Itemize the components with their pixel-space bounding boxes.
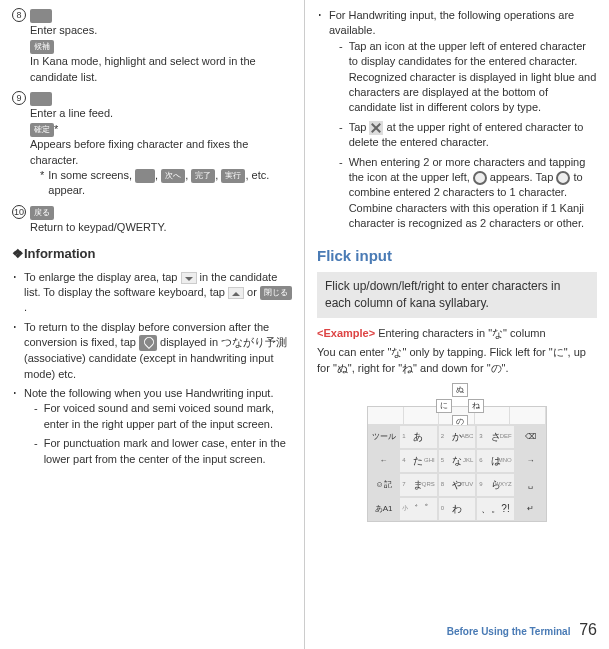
keypad-side-key: ツール [368,425,399,449]
confirm-key-icon: 確定 [30,123,54,137]
cancel-icon [139,335,157,351]
chevron-down-icon [181,272,197,284]
combine-icon [473,171,487,185]
flick-overlay: ぬ に ね の [438,385,482,429]
item-body: 戻る Return to keypad/QWERTY. [30,205,292,236]
right-column: ･ For Handwriting input, the following o… [305,0,609,649]
candidate-key-icon: 候補 [30,40,54,54]
go-key-icon: 実行 [221,169,245,183]
space-key-icon [30,9,52,23]
list-item-10: 10 戻る Return to keypad/QWERTY. [12,205,292,236]
item-text: Enter a line feed. [30,107,113,119]
back-key-icon: 戻る [30,206,54,220]
info-bullet: ･ For Handwriting input, the following o… [317,8,597,235]
keypad-key: わ0 [438,497,477,521]
asterisk: * [54,123,58,135]
keypad-key: や8TUV [438,473,477,497]
delete-x-icon [369,121,383,135]
bullet-marker: ･ [12,386,18,471]
keypad-key: は6MNO [476,449,515,473]
page-footer: Before Using the Terminal 76 [447,619,597,641]
keypad-key: ゛゜小 [399,497,438,521]
chevron-up-icon [228,287,244,299]
information-heading: ❖Information [12,245,292,263]
list-item-9: 9 Enter a line feed. 確定* Appears before … [12,91,292,199]
bullet-marker: ･ [12,320,18,382]
sub-dash-item: -Tap at the upper right of entered chara… [339,120,597,151]
keypad-row: ツールあ1か2ABCさ3DEF⌫ [368,425,546,449]
keypad-side-key: ␣ [515,473,546,497]
item-text: Return to keypad/QWERTY. [30,221,167,233]
flick-right: ね [468,399,484,413]
flick-input-heading: Flick input [317,245,597,266]
keypad-rows: ツールあ1か2ABCさ3DEF⌫←た4GHIな5JKLは6MNO→☺記ま7PQR… [368,425,546,521]
keypad-key: さ3DEF [476,425,515,449]
flick-input-subtitle: Flick up/down/left/right to enter charac… [317,272,597,318]
flick-left: に [436,399,452,413]
asterisk-marker: * [40,168,44,199]
bullet-text: Note the following when you use Handwrit… [24,386,292,471]
page-container: 8 Enter spaces. 候補 In Kana mode, highlig… [0,0,609,649]
flick-up: ぬ [452,383,468,397]
item-text: In Kana mode, highlight and select word … [30,55,256,82]
bullet-text: To enlarge the display area, tap in the … [24,270,292,316]
keypad-key: ら9WXYZ [476,473,515,497]
example-label: <Example> [317,327,375,339]
sub-dash-item: -For punctuation mark and lower case, en… [34,436,292,467]
item-text: Enter spaces. [30,24,97,36]
keypad-key: 、。?! [476,497,515,521]
keypad-row: ←た4GHIな5JKLは6MNO→ [368,449,546,473]
search-key-icon [135,169,155,183]
item-number: 8 [12,8,26,22]
keypad-row: ☺記ま7PQRSや8TUVら9WXYZ␣ [368,473,546,497]
sub-dash-item: -Tap an icon at the upper left of entere… [339,39,597,116]
close-key-icon: 閉じる [260,286,292,300]
example-line: <Example> Entering characters in "な" col… [317,326,597,341]
keypad-key: た4GHI [399,449,438,473]
item-text: Appears before fixing character and fixe… [30,138,248,165]
keypad-side-key: ⌫ [515,425,546,449]
sub-dash-item: -When entering 2 or more characters and … [339,155,597,232]
keypad-side-key: ☺記 [368,473,399,497]
keypad-illustration: ぬ に ね の ツールあ1か2ABCさ3DEF⌫←た4GHIな5JKLは6MNO… [367,406,547,522]
keypad-key: ま7PQRS [399,473,438,497]
bullet-text: For Handwriting input, the following ope… [329,8,597,235]
keypad-key: あ1 [399,425,438,449]
keypad-side-key: ← [368,449,399,473]
footnote: * In some screens, , 次へ, 完了, 実行, etc. ap… [40,168,292,199]
item-body: Enter a line feed. 確定* Appears before fi… [30,91,292,199]
list-item-8: 8 Enter spaces. 候補 In Kana mode, highlig… [12,8,292,85]
item-number: 10 [12,205,26,219]
footnote-text: In some screens, , 次へ, 完了, 実行, etc. appe… [48,168,292,199]
next-key-icon: 次へ [161,169,185,183]
keypad-row: あA1゛゜小わ0、。?!↵ [368,497,546,521]
keypad-key: な5JKL [438,449,477,473]
info-bullet: ･ Note the following when you use Handwr… [12,386,292,471]
combine-icon [556,171,570,185]
done-key-icon: 完了 [191,169,215,183]
bullet-marker: ･ [317,8,323,235]
example-text: Entering characters in "な" column [375,327,545,339]
page-number: 76 [579,621,597,638]
bullet-text: To return to the display before conversi… [24,320,292,382]
keypad-side-key: → [515,449,546,473]
info-bullet: ･ To enlarge the display area, tap in th… [12,270,292,316]
enter-key-icon [30,92,52,106]
example-body: You can enter "な" only by tapping. Flick… [317,345,597,376]
item-body: Enter spaces. 候補 In Kana mode, highlight… [30,8,292,85]
sub-dash-item: -For voiced sound and semi voiced sound … [34,401,292,432]
keypad-side-key: あA1 [368,497,399,521]
footer-label: Before Using the Terminal [447,626,571,637]
left-column: 8 Enter spaces. 候補 In Kana mode, highlig… [0,0,304,649]
keypad-side-key: ↵ [515,497,546,521]
info-bullet: ･ To return to the display before conver… [12,320,292,382]
item-number: 9 [12,91,26,105]
bullet-marker: ･ [12,270,18,316]
keypad-key: か2ABC [438,425,477,449]
